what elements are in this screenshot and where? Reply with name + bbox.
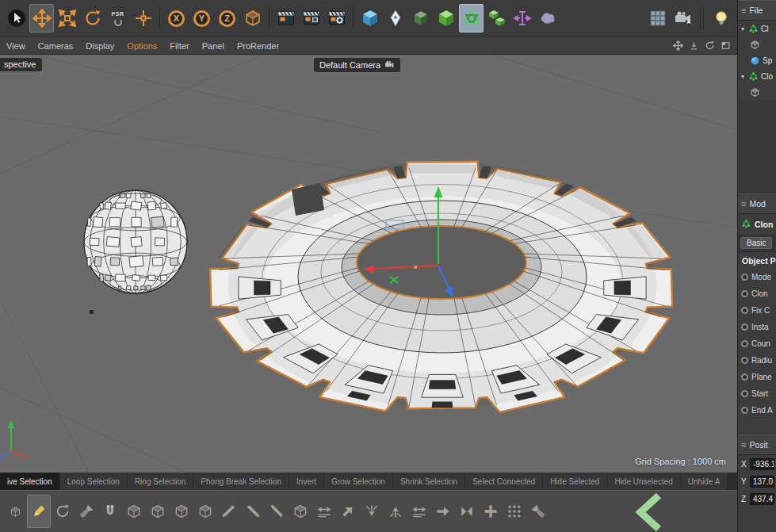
property-end-angle[interactable]: End A (738, 402, 776, 419)
property-fix-clone[interactable]: Fix C (738, 302, 776, 319)
position-menu[interactable]: Posit (749, 440, 767, 450)
move-tool-button[interactable] (29, 4, 54, 33)
z-axis-lock-button[interactable]: Z (215, 4, 239, 33)
mograph-cloner-button[interactable] (459, 4, 484, 33)
keyframe-dot-icon[interactable] (741, 390, 748, 397)
line-cut-button[interactable] (241, 495, 265, 528)
hide-unselected-button[interactable]: Hide Unselected (607, 473, 679, 490)
keyframe-dot-icon[interactable] (741, 307, 748, 314)
brush-tool-button[interactable] (75, 495, 98, 528)
property-count[interactable]: Coun (738, 335, 776, 352)
live-selection-button[interactable]: ive Selection (0, 473, 59, 490)
keyframe-dot-icon[interactable] (741, 340, 748, 347)
fill-selection-button[interactable] (526, 495, 550, 528)
menu-filter[interactable]: Filter (163, 37, 195, 54)
stitch-button[interactable] (407, 495, 431, 528)
keyframe-dot-icon[interactable] (741, 373, 748, 381)
extrude-inner-button[interactable] (146, 495, 170, 528)
menu-panel[interactable]: Panel (196, 37, 231, 54)
arc-tool-button[interactable] (51, 495, 75, 528)
dolly-view-icon[interactable] (689, 40, 699, 51)
tree-item-child-2[interactable] (738, 84, 776, 100)
pan-view-icon[interactable] (673, 40, 683, 51)
shift-button[interactable] (431, 495, 455, 528)
bridge-button[interactable] (193, 495, 217, 528)
camera-label[interactable]: Default Camera (314, 58, 400, 72)
expand-caret-icon[interactable]: ▾ (740, 73, 746, 80)
tree-item-sphere[interactable]: Sp (738, 52, 776, 68)
invert-button[interactable]: Invert (289, 473, 323, 490)
tab-basic[interactable]: Basic (740, 237, 772, 249)
camera-object-button[interactable] (671, 4, 695, 33)
field-deformer-button[interactable] (535, 4, 560, 33)
property-start-angle[interactable]: Start (738, 385, 776, 402)
file-menu[interactable]: File (749, 6, 763, 15)
menu-view[interactable]: View (0, 37, 32, 54)
render-picture-viewer-button[interactable] (299, 4, 323, 33)
property-mode[interactable]: Mode (738, 269, 776, 285)
keyframe-dot-icon[interactable] (741, 323, 748, 331)
live-selection-tool-button[interactable] (4, 4, 29, 33)
menu-hamburger-icon[interactable]: ≡ (741, 6, 746, 15)
menu-hamburger-icon[interactable]: ≡ (741, 199, 746, 209)
tree-item-cloner-2[interactable]: ▾ Clo (738, 68, 776, 84)
edge-slide-button[interactable] (312, 495, 336, 528)
grow-selection-button[interactable]: Grow Selection (324, 473, 392, 490)
attributes-mode-menu[interactable]: Mod (749, 199, 765, 209)
shrink-selection-button[interactable]: Shrink Selection (393, 473, 464, 490)
hide-selected-button[interactable]: Hide Selected (543, 473, 606, 490)
extrude-button[interactable] (122, 495, 146, 528)
add-cube-primitive-button[interactable] (357, 4, 382, 33)
menu-display[interactable]: Display (79, 37, 120, 54)
generator-cube-button[interactable] (434, 4, 458, 33)
rotate-view-icon[interactable] (705, 40, 715, 51)
bend-deformer-button[interactable] (510, 4, 534, 33)
light-object-button[interactable] (709, 4, 733, 33)
add-point-button[interactable] (479, 495, 503, 528)
matrix-dots-button[interactable] (503, 495, 526, 528)
psr-tool-button[interactable]: PSR (105, 4, 130, 33)
loop-cut-button[interactable] (289, 495, 312, 528)
viewport-3d[interactable]: spective Default Camera Grid Spacing : 1… (0, 55, 737, 473)
keyframe-dot-icon[interactable] (741, 407, 748, 414)
property-plane[interactable]: Plane (738, 369, 776, 385)
bevel-button[interactable] (170, 495, 193, 528)
position-x-input[interactable]: -936.1 (750, 458, 774, 470)
keyframe-dot-icon[interactable] (741, 274, 748, 281)
menu-cameras[interactable]: Cameras (32, 37, 80, 54)
keyframe-dot-icon[interactable] (741, 290, 748, 297)
expand-caret-icon[interactable]: ▾ (740, 25, 746, 33)
position-z-input[interactable]: 437.4 (750, 493, 774, 505)
rotate-tool-button[interactable] (80, 4, 105, 33)
magnet-tool-button[interactable] (98, 495, 122, 528)
phong-break-selection-button[interactable]: Phong Break Selection (193, 473, 289, 490)
unhide-all-button[interactable]: Unhide A (681, 473, 728, 490)
y-axis-lock-button[interactable]: Y (189, 4, 214, 33)
render-view-button[interactable] (273, 4, 298, 33)
property-instance[interactable]: Insta (738, 319, 776, 335)
plane-cut-button[interactable] (265, 495, 289, 528)
tweak-tool-button[interactable] (3, 495, 27, 528)
subdivision-surface-button[interactable] (408, 4, 433, 33)
toggle-panel-icon[interactable] (721, 40, 731, 51)
axis-modifier-button[interactable] (131, 4, 155, 33)
menu-options[interactable]: Options (120, 37, 163, 54)
scale-tool-button[interactable] (55, 4, 79, 33)
matrix-array-button[interactable] (645, 4, 670, 33)
property-radius[interactable]: Radiu (738, 352, 776, 369)
object-manager-empty-area[interactable] (738, 100, 776, 193)
menu-prorender[interactable]: ProRender (231, 37, 285, 54)
coordinate-system-button[interactable] (240, 4, 265, 33)
collide-button[interactable] (455, 495, 479, 528)
pen-spline-button[interactable] (383, 4, 407, 33)
split-button[interactable] (360, 495, 384, 528)
array-generator-button[interactable] (484, 4, 509, 33)
menu-hamburger-icon[interactable]: ≡ (741, 440, 746, 450)
normal-move-button[interactable] (336, 495, 360, 528)
polygon-pen-button[interactable] (27, 495, 51, 528)
select-connected-button[interactable]: Select Connected (465, 473, 542, 490)
keyframe-dot-icon[interactable] (741, 357, 748, 364)
render-settings-button[interactable] (324, 4, 349, 33)
view-mode-label[interactable]: spective (0, 58, 42, 71)
knife-button[interactable] (217, 495, 241, 528)
